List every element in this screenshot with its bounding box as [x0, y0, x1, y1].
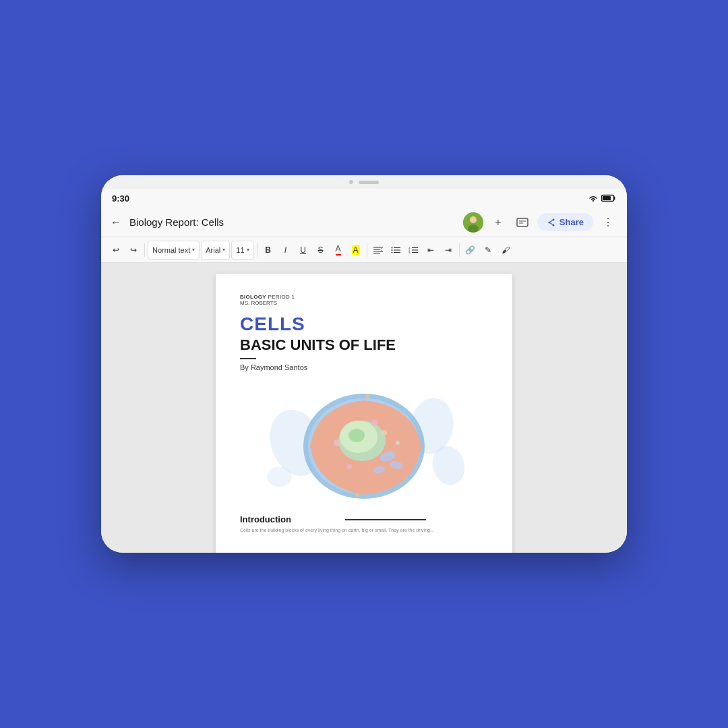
underline-button[interactable]: U	[295, 241, 311, 260]
align-icon	[373, 246, 383, 254]
nav-actions: + Share ⋮	[463, 212, 617, 233]
comment-button[interactable]: ✎	[480, 241, 496, 260]
nav-bar: ← Biology Report: Cells +	[101, 208, 627, 237]
cell-illustration	[240, 382, 488, 504]
more-button[interactable]: ⋮	[599, 213, 617, 232]
redo-button[interactable]: ↪	[125, 241, 142, 260]
svg-point-48	[396, 441, 400, 445]
format-paint-button[interactable]: 🖌	[497, 241, 514, 260]
intro-title: Introduction	[240, 514, 488, 524]
intro-heading-text: Introduction	[240, 514, 291, 524]
text-style-dropdown[interactable]: Normal text ▾	[148, 241, 200, 260]
highlight-icon: A	[352, 245, 360, 255]
share-label: Share	[559, 217, 584, 227]
text-color-icon: A	[336, 244, 341, 255]
svg-point-24	[391, 251, 392, 253]
doc-title-cells: CELLS	[240, 314, 488, 335]
avatar[interactable]	[463, 212, 483, 233]
font-size-dropdown[interactable]: 11 ▾	[231, 241, 253, 260]
toolbar-sep-4	[459, 243, 460, 257]
document-page: BIOLOGY PERIOD 1 MS. ROBERTS CELLS BASIC…	[216, 274, 512, 553]
svg-point-0	[593, 200, 594, 202]
back-button[interactable]: ←	[111, 216, 121, 229]
svg-text:3.: 3.	[408, 251, 411, 254]
numbered-list-icon: 1. 2. 3.	[408, 246, 418, 254]
undo-button[interactable]: ↩	[108, 241, 124, 260]
svg-rect-2	[603, 196, 611, 200]
italic-button[interactable]: I	[278, 241, 294, 260]
text-style-label: Normal text	[152, 246, 190, 254]
numbered-list-button[interactable]: 1. 2. 3.	[405, 241, 421, 260]
svg-point-50	[355, 493, 359, 497]
document-title: Biology Report: Cells	[129, 216, 455, 228]
svg-point-46	[334, 439, 340, 446]
highlight-button[interactable]: A	[348, 241, 364, 260]
bold-button[interactable]: B	[260, 241, 276, 260]
strikethrough-button[interactable]: S	[313, 241, 329, 260]
avatar-image	[463, 212, 483, 233]
svg-point-20	[391, 247, 392, 248]
comments-button[interactable]	[513, 213, 532, 232]
svg-point-47	[382, 430, 387, 435]
toolbar-sep-1	[144, 243, 145, 257]
toolbar-sep-3	[367, 243, 367, 257]
svg-point-40	[348, 429, 365, 442]
style-chevron-icon: ▾	[192, 247, 195, 253]
indent-less-button[interactable]: ⇤	[423, 241, 439, 260]
period-label: PERIOD 1	[268, 294, 295, 300]
doc-meta: BIOLOGY PERIOD 1 MS. ROBERTS	[240, 294, 488, 306]
tablet-speaker	[359, 181, 379, 184]
bullet-list-icon	[391, 246, 400, 254]
svg-point-9	[548, 221, 550, 223]
link-button[interactable]: 🔗	[462, 241, 479, 260]
cell-diagram	[297, 386, 431, 500]
battery-icon	[601, 194, 616, 202]
intro-section: Introduction Cells are the building bloc…	[240, 514, 488, 534]
front-camera	[349, 180, 353, 184]
share-button[interactable]: Share	[537, 213, 593, 231]
toolbar-sep-2	[257, 243, 257, 257]
add-button[interactable]: +	[489, 213, 508, 232]
svg-line-12	[550, 220, 552, 221]
intro-underline	[345, 519, 426, 520]
doc-subtitle: BASIC UNITS OF LIFE	[240, 336, 488, 354]
doc-meta-line1: BIOLOGY PERIOD 1	[240, 294, 488, 300]
svg-point-5	[468, 224, 479, 233]
status-bar: 9:30	[101, 189, 627, 208]
font-dropdown[interactable]: Arial ▾	[201, 241, 230, 260]
svg-point-10	[552, 218, 554, 220]
svg-rect-6	[517, 218, 528, 226]
biology-label: BIOLOGY	[240, 294, 266, 300]
svg-point-4	[470, 216, 477, 223]
tablet-device: 9:30 ← Biology Report: Cells	[101, 175, 627, 553]
doc-meta-line2: MS. ROBERTS	[240, 300, 488, 306]
svg-line-13	[550, 222, 552, 224]
back-arrow-icon: ←	[111, 216, 121, 229]
svg-point-45	[346, 464, 352, 469]
content-area: BIOLOGY PERIOD 1 MS. ROBERTS CELLS BASIC…	[101, 263, 627, 553]
doc-divider	[240, 358, 256, 359]
svg-point-35	[267, 466, 292, 487]
svg-point-49	[365, 394, 369, 398]
font-label: Arial	[206, 246, 220, 254]
indent-more-button[interactable]: ⇥	[440, 241, 456, 260]
toolbar: ↩ ↪ Normal text ▾ Arial ▾ 11 ▾ B I U S A…	[101, 237, 627, 263]
wifi-icon	[588, 194, 599, 202]
status-icons	[588, 194, 616, 202]
share-icon	[547, 218, 556, 227]
svg-point-44	[371, 419, 377, 426]
tablet-top-bar	[101, 175, 627, 189]
status-time: 9:30	[112, 193, 129, 204]
size-chevron-icon: ▾	[247, 247, 249, 253]
font-size-label: 11	[236, 246, 244, 254]
comments-icon	[516, 218, 528, 227]
intro-text: Cells are the building blocks of every l…	[240, 527, 488, 534]
svg-point-11	[552, 224, 554, 226]
doc-author: By Raymond Santos	[240, 363, 488, 371]
svg-point-22	[391, 249, 392, 251]
align-button[interactable]	[370, 241, 386, 260]
text-color-button[interactable]: A	[330, 241, 346, 260]
font-chevron-icon: ▾	[222, 247, 225, 253]
bullet-list-button[interactable]	[388, 241, 404, 260]
